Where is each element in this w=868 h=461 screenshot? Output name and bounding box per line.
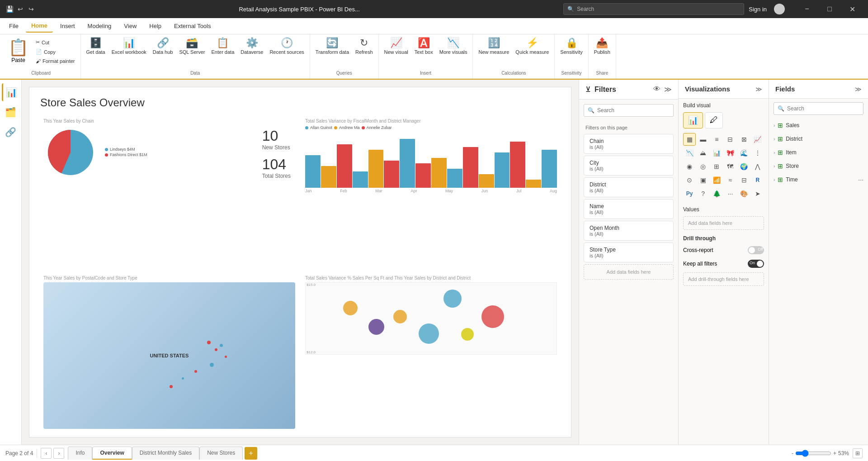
viz-icon-funnel[interactable]: ⋀ [751, 160, 764, 173]
menu-view[interactable]: View [118, 20, 142, 32]
viz-icon-100pct-bar[interactable]: ⊠ [738, 133, 750, 146]
page-tab-overview[interactable]: Overview [92, 447, 132, 460]
filters-search-input[interactable] [597, 107, 670, 114]
redo-icon[interactable]: ↪ [27, 5, 35, 13]
undo-icon[interactable]: ↩ [16, 5, 24, 13]
expand-fields-icon[interactable]: ≫ [855, 86, 862, 93]
keep-all-filters-toggle[interactable]: On [748, 260, 764, 268]
viz-icon-arrow[interactable]: ➤ [751, 187, 764, 200]
chart-cell-2[interactable]: Total Sales Variance by FiscalMonth and … [300, 114, 562, 271]
report-canvas[interactable]: Store Sales Overview This Year Sales by … [29, 87, 571, 437]
field-group-sales[interactable]: › ⊞ Sales [769, 119, 868, 132]
viz-icon-clustered-bar[interactable]: ⊟ [724, 133, 736, 146]
viz-icon-kpi[interactable]: 📶 [710, 174, 723, 186]
nav-report[interactable]: 📊 [2, 83, 20, 101]
viz-icon-gauge[interactable]: ⊙ [683, 174, 696, 186]
filter-item-store-type[interactable]: Store Type is (All) [584, 242, 674, 262]
fields-search[interactable]: 🔍 [774, 102, 863, 115]
page-tab-info[interactable]: Info [68, 447, 92, 460]
viz-icon-line[interactable]: 📈 [751, 133, 764, 146]
field-group-item[interactable]: › ⊞ Item [769, 146, 868, 159]
viz-icon-line-bar[interactable]: 📊 [710, 147, 723, 159]
viz-icon-qna[interactable]: ? [697, 187, 709, 200]
minimize-button[interactable]: − [797, 2, 817, 16]
cut-button[interactable]: ✂ Cut [33, 38, 78, 47]
viz-icon-decomp[interactable]: 🌲 [710, 187, 723, 200]
fields-search-input[interactable] [787, 105, 859, 112]
zoom-minus-icon[interactable]: - [792, 450, 793, 456]
next-page-button[interactable]: › [53, 448, 64, 459]
viz-icon-r[interactable]: R [751, 174, 764, 186]
signin-text[interactable]: Sign in [749, 6, 767, 13]
eye-icon[interactable]: 👁 [653, 85, 660, 94]
viz-icon-map[interactable]: 🗺 [724, 160, 736, 173]
user-avatar[interactable] [774, 4, 785, 14]
refresh-button[interactable]: ↻ Refresh [353, 36, 376, 57]
values-add-fields[interactable]: Add data fields here [683, 216, 764, 230]
menu-modeling[interactable]: Modeling [82, 20, 117, 32]
new-measure-button[interactable]: 🔢 New measure [476, 36, 512, 57]
viz-icon-stacked-bar[interactable]: ≡ [710, 133, 723, 146]
data-hub-button[interactable]: 🔗 Data hub [150, 36, 176, 57]
viz-icon-pie[interactable]: ◉ [683, 160, 696, 173]
recent-sources-button[interactable]: 🕐 Recent sources [267, 36, 307, 57]
copy-button[interactable]: 📄 Copy [33, 48, 78, 56]
save-icon[interactable]: 💾 [5, 5, 14, 13]
chart-cell-4[interactable]: Total Sales Variance % Sales Per Sq Ft a… [300, 271, 562, 428]
filter-add-fields[interactable]: Add data fields here [584, 264, 674, 280]
filter-item-name[interactable]: Name is (All) [584, 199, 674, 219]
nav-model[interactable]: 🔗 [2, 123, 20, 141]
get-data-button[interactable]: 🗄️ Get data [84, 36, 108, 57]
viz-icon-card[interactable]: ▣ [697, 174, 709, 186]
chart-cell-1[interactable]: This Year Sales by Chain [38, 114, 300, 271]
menu-file[interactable]: File [4, 20, 24, 32]
new-visual-button[interactable]: 📈 New visual [382, 36, 411, 57]
field-group-store[interactable]: › ⊞ Store [769, 159, 868, 173]
filter-item-open-month[interactable]: Open Month is (All) [584, 221, 674, 241]
viz-icon-more[interactable]: ··· [724, 187, 736, 200]
sql-server-button[interactable]: 🗃️ SQL Server [176, 36, 208, 57]
menu-help[interactable]: Help [144, 20, 167, 32]
paste-button[interactable]: 📋 Paste [5, 36, 32, 65]
fit-page-button[interactable]: ⊞ [853, 448, 863, 458]
filters-search-box[interactable]: 🔍 [584, 104, 674, 117]
publish-button[interactable]: 📤 Publish [591, 36, 613, 57]
menu-insert[interactable]: Insert [55, 20, 80, 32]
viz-icon-python[interactable]: Py [683, 187, 696, 200]
text-box-button[interactable]: 🅰️ Text box [412, 36, 436, 57]
cross-report-toggle[interactable]: Off [748, 246, 764, 254]
filter-item-district[interactable]: District is (All) [584, 177, 674, 197]
viz-icon-stacked-area[interactable]: ⛰ [697, 147, 709, 159]
viz-icon-slicer[interactable]: ≈ [724, 174, 736, 186]
viz-icon-ribbon[interactable]: 🎀 [724, 147, 736, 159]
field-time-ellipsis[interactable]: ··· [858, 176, 863, 183]
viz-icon-matrix[interactable]: ⊟ [738, 174, 750, 186]
prev-page-button[interactable]: ‹ [41, 448, 52, 459]
viz-icon-bar[interactable]: ▬ [697, 133, 709, 146]
expand-viz-icon[interactable]: ≫ [755, 86, 762, 93]
drill-add-fields[interactable]: Add drill-through fields here [683, 272, 764, 286]
viz-icon-scatter[interactable]: ⋮ [751, 147, 764, 159]
viz-icon-table[interactable]: ▦ [683, 133, 696, 146]
filter-item-chain[interactable]: Chain is (All) [584, 134, 674, 154]
zoom-plus-icon[interactable]: + [833, 450, 836, 456]
more-visuals-button[interactable]: 📉 More visuals [437, 36, 470, 57]
transform-data-button[interactable]: 🔄 Transform data [313, 36, 352, 57]
sensitivity-button[interactable]: 🔒 Sensitivity [557, 36, 585, 57]
field-group-district[interactable]: › ⊞ District [769, 132, 868, 146]
viz-tab-build[interactable]: 📊 [683, 112, 703, 128]
excel-workbook-button[interactable]: 📊 Excel workbook [109, 36, 149, 57]
viz-tab-format[interactable]: 🖊 [705, 112, 723, 128]
page-tab-new-stores[interactable]: New Stores [199, 447, 243, 460]
viz-icon-waterfall[interactable]: 🌊 [738, 147, 750, 159]
nav-data[interactable]: 🗂️ [2, 103, 20, 121]
field-group-time[interactable]: › ⊞ Time ··· [769, 173, 868, 186]
viz-icon-area[interactable]: 📉 [683, 147, 696, 159]
menu-external-tools[interactable]: External Tools [169, 20, 216, 32]
enter-data-button[interactable]: 📋 Enter data [209, 36, 237, 57]
collapse-filters-icon[interactable]: ≫ [664, 85, 672, 94]
maximize-button[interactable]: □ [819, 2, 840, 16]
dataverse-button[interactable]: ⚙️ Dataverse [238, 36, 266, 57]
quick-measure-button[interactable]: ⚡ Quick measure [513, 36, 552, 57]
add-page-button[interactable]: + [245, 447, 257, 460]
